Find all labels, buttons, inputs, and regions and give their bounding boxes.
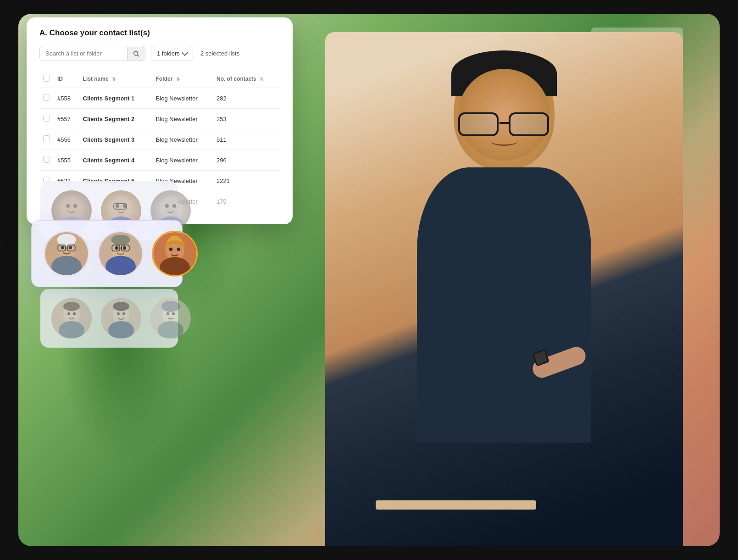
svg-point-17: [57, 234, 76, 246]
svg-point-48: [122, 312, 125, 315]
row-list-name: Clients Segment 1: [79, 88, 152, 109]
row-checkbox-cell: [39, 129, 54, 150]
svg-point-41: [67, 312, 70, 315]
row-contacts: 296: [213, 150, 280, 171]
avatar-2-middle: [98, 231, 144, 277]
sort-icon-folder: [176, 77, 180, 82]
row-list-name: Clients Segment 4: [79, 150, 152, 171]
table-row: #556 Clients Segment 3 Blog Newsletter 5…: [39, 129, 280, 150]
header-folder[interactable]: Folder: [152, 70, 213, 88]
sort-icon-listname: [112, 77, 116, 82]
toolbar: 1 folders 2 selected lists: [39, 46, 280, 61]
header-id: ID: [54, 70, 79, 88]
svg-point-8: [116, 204, 119, 208]
svg-point-11: [160, 197, 182, 219]
row-contacts: 175: [213, 191, 280, 212]
avatar-face-svg: [101, 298, 141, 338]
search-input[interactable]: [40, 46, 127, 61]
header-list-name[interactable]: List name: [79, 70, 152, 88]
scene: A. Choose your contact list(s) 1 folders…: [0, 0, 738, 560]
avatar-face-svg: [45, 232, 88, 275]
select-all-checkbox[interactable]: [43, 75, 50, 82]
svg-point-27: [115, 246, 119, 250]
row-folder: Blog Newsletter: [152, 88, 213, 109]
row-contacts: 511: [213, 129, 280, 150]
search-icon: [133, 50, 139, 57]
row-checkbox-2[interactable]: [43, 135, 50, 142]
table-header-row: ID List name Folder No. of contacts: [39, 70, 280, 88]
person-photo: [325, 32, 683, 546]
header-contacts[interactable]: No. of contacts: [213, 70, 280, 88]
svg-point-19: [69, 246, 72, 250]
row-id: #556: [54, 129, 79, 150]
chevron-down-icon: [182, 50, 188, 56]
header-checkbox-cell: [39, 70, 54, 88]
svg-point-36: [177, 248, 181, 251]
search-container: [39, 46, 145, 61]
avatar-face-svg: [153, 232, 196, 275]
avatar-1-bottom: [51, 298, 92, 338]
svg-point-5: [73, 204, 77, 208]
svg-point-18: [61, 246, 65, 250]
search-button[interactable]: [127, 47, 145, 61]
svg-point-40: [63, 302, 80, 311]
svg-point-13: [165, 204, 169, 208]
row-list-name: Clients Segment 2: [79, 109, 152, 129]
row-checkbox-1[interactable]: [43, 115, 50, 122]
sort-icon-contacts: [260, 77, 263, 82]
avatar-2-bottom: [101, 298, 141, 338]
avatar-1-middle: [44, 231, 89, 277]
avatar-face-svg: [51, 298, 92, 338]
selected-lists-badge: 2 selected lists: [200, 50, 239, 57]
row-checkbox-0[interactable]: [43, 94, 50, 101]
folders-dropdown-button[interactable]: 1 folders: [151, 46, 193, 61]
svg-point-0: [134, 51, 138, 55]
svg-point-42: [73, 312, 76, 315]
svg-point-14: [172, 204, 176, 208]
table-row: #555 Clients Segment 4 Blog Newsletter 2…: [39, 150, 280, 171]
avatar-3-bottom: [150, 298, 191, 338]
avatar-face-svg: [150, 298, 191, 338]
panel-title: A. Choose your contact list(s): [39, 28, 280, 38]
svg-point-47: [117, 312, 120, 315]
avatar-face-svg: [99, 232, 142, 275]
table-row: #558 Clients Segment 1 Blog Newsletter 2…: [39, 88, 280, 109]
row-checkbox-cell: [39, 88, 54, 109]
row-list-name: Clients Segment 3: [79, 129, 152, 150]
svg-point-2: [61, 197, 83, 219]
avatar-panel-middle: [31, 220, 183, 287]
row-checkbox-3[interactable]: [43, 156, 50, 163]
row-id: #555: [54, 150, 79, 171]
row-id: #558: [54, 88, 79, 109]
svg-point-35: [169, 248, 173, 251]
svg-point-46: [113, 302, 129, 311]
row-contacts: 2221: [213, 171, 280, 191]
avatar-3-middle: [152, 231, 198, 277]
row-checkbox-cell: [39, 150, 54, 171]
svg-line-1: [138, 55, 139, 56]
svg-point-26: [111, 235, 130, 245]
row-id: #557: [54, 109, 79, 129]
row-checkbox-cell: [39, 109, 54, 129]
avatar-panel-bottom: [40, 289, 178, 348]
svg-point-52: [161, 301, 180, 312]
row-contacts: 282: [213, 88, 280, 109]
table-row: #557 Clients Segment 2 Blog Newsletter 2…: [39, 109, 280, 129]
svg-point-54: [172, 312, 175, 315]
row-folder: Blog Newsletter: [152, 150, 213, 171]
folders-label: 1 folders: [157, 50, 180, 57]
svg-point-4: [66, 204, 70, 208]
row-folder: Blog Newsletter: [152, 109, 213, 129]
svg-point-53: [166, 312, 169, 315]
svg-point-28: [123, 246, 127, 250]
row-contacts: 253: [213, 109, 280, 129]
row-folder: Blog Newsletter: [152, 129, 213, 150]
